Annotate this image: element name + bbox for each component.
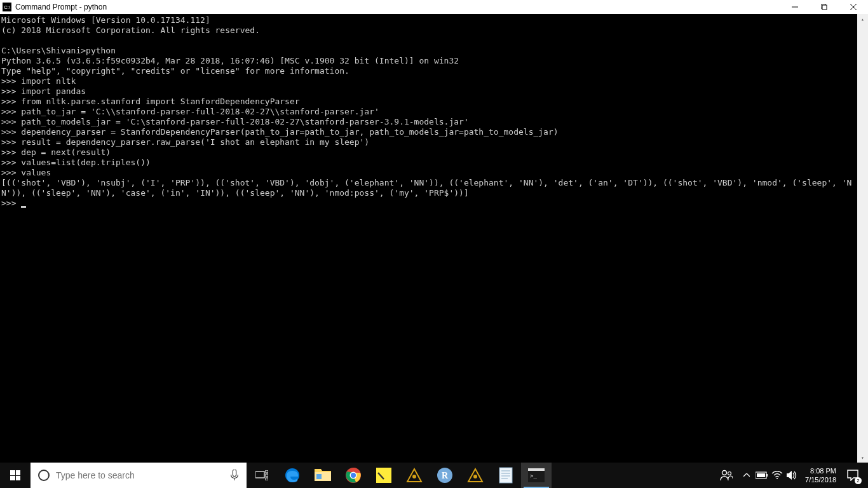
taskbar-sticky-notes[interactable] (369, 463, 399, 488)
people-button[interactable] (714, 463, 739, 488)
taskbar: R >_ 8:08 PM 7/15/2018 (0, 463, 868, 488)
cursor (21, 206, 26, 208)
tray-overflow-button[interactable] (739, 463, 754, 488)
taskbar-cmd[interactable]: >_ (521, 463, 552, 488)
action-center-button[interactable]: 2 (841, 463, 864, 488)
scrollbar[interactable]: ▴ ▾ (857, 14, 868, 463)
svg-rect-9 (266, 474, 268, 477)
date-text: 7/15/2018 (805, 475, 836, 484)
taskbar-edge[interactable] (277, 463, 308, 488)
svg-text:>_: >_ (530, 473, 537, 479)
taskbar-rstudio[interactable]: R (430, 463, 460, 488)
svg-rect-22 (499, 468, 512, 483)
scroll-down-button[interactable]: ▾ (857, 452, 868, 463)
taskbar-app-2[interactable] (460, 463, 491, 488)
svg-rect-2 (822, 5, 827, 10)
svg-rect-34 (757, 473, 765, 477)
svg-point-21 (473, 475, 477, 478)
task-view-button[interactable] (247, 463, 277, 488)
svg-point-16 (351, 473, 356, 478)
wifi-icon[interactable] (770, 463, 785, 488)
mic-icon[interactable] (230, 470, 239, 481)
windows-logo-icon (10, 470, 20, 480)
svg-rect-8 (266, 470, 268, 473)
taskbar-app-1[interactable] (399, 463, 430, 488)
svg-rect-33 (766, 474, 768, 477)
notification-badge: 2 (855, 477, 862, 484)
svg-rect-28 (528, 468, 545, 471)
taskbar-file-explorer[interactable] (308, 463, 338, 488)
scroll-up-button[interactable]: ▴ (857, 14, 868, 25)
svg-rect-10 (266, 478, 268, 480)
maximize-button[interactable] (810, 0, 839, 14)
cmd-icon: C:\ (3, 3, 11, 11)
svg-point-31 (728, 472, 731, 475)
battery-icon[interactable] (754, 463, 770, 488)
svg-point-18 (412, 475, 416, 478)
svg-text:R: R (442, 471, 449, 480)
start-button[interactable] (0, 463, 31, 488)
console-output[interactable]: Microsoft Windows [Version 10.0.17134.11… (0, 14, 868, 463)
window-title: Command Prompt - python (15, 3, 107, 11)
taskbar-pinned-apps: R >_ (277, 463, 552, 488)
svg-rect-7 (255, 471, 264, 478)
close-button[interactable] (839, 0, 868, 14)
cortana-icon (38, 470, 50, 481)
window-controls (780, 0, 868, 14)
taskbar-notepad[interactable] (491, 463, 521, 488)
search-box[interactable] (31, 463, 247, 488)
search-input[interactable] (56, 470, 230, 480)
time-text: 8:08 PM (805, 466, 836, 475)
svg-rect-17 (376, 468, 391, 483)
svg-rect-13 (316, 474, 322, 479)
clock[interactable]: 8:08 PM 7/15/2018 (800, 466, 841, 484)
minimize-button[interactable] (780, 0, 810, 14)
system-tray: 8:08 PM 7/15/2018 2 (714, 463, 868, 488)
title-bar[interactable]: C:\ Command Prompt - python (0, 0, 868, 14)
volume-icon[interactable] (785, 463, 800, 488)
taskbar-chrome[interactable] (338, 463, 369, 488)
console-text: Microsoft Windows [Version 10.0.17134.11… (1, 15, 851, 208)
svg-rect-5 (233, 470, 236, 477)
svg-point-35 (776, 478, 778, 479)
svg-point-30 (722, 471, 727, 475)
